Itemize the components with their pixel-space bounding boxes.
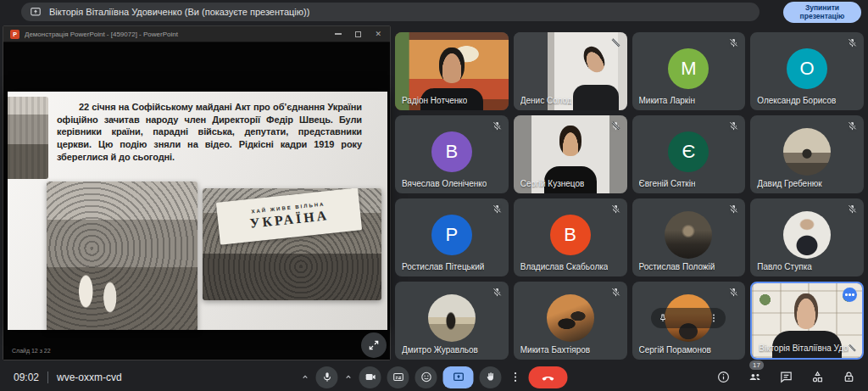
participant-tile[interactable]: Радіон Нотченко xyxy=(395,32,509,110)
participant-name: Микита Ларкін xyxy=(639,96,696,105)
host-controls-button[interactable] xyxy=(841,370,856,385)
participant-name: Денис Солод xyxy=(520,96,572,105)
mic-off-icon xyxy=(728,37,739,48)
participant-tile[interactable]: О Олександр Борисов xyxy=(750,32,864,110)
minimize-icon[interactable] xyxy=(335,33,342,35)
avatar-letter: В xyxy=(446,141,459,163)
avatar-letter: О xyxy=(800,58,815,80)
participant-name: Павло Ступка xyxy=(757,262,812,271)
participant-avatar: О xyxy=(787,48,827,89)
mic-options-chevron[interactable] xyxy=(301,372,310,382)
participant-tile[interactable]: В Вячеслав Оленіченко xyxy=(395,115,509,193)
stop-presentation-button[interactable]: Зупинити презентацію xyxy=(783,2,861,23)
participant-photo-avatar xyxy=(783,211,831,259)
participant-tile[interactable]: Ростислав Положій xyxy=(632,198,746,276)
camera-icon xyxy=(364,371,376,383)
mic-off-icon xyxy=(728,204,739,215)
captions-button[interactable] xyxy=(387,366,409,388)
menu-dots-icon[interactable] xyxy=(709,313,719,323)
mic-off-icon xyxy=(492,120,503,131)
info-button[interactable] xyxy=(715,370,731,385)
mic-off-icon xyxy=(610,37,621,48)
participant-tile[interactable]: Павло Ступка xyxy=(750,198,864,276)
powerpoint-icon: P xyxy=(10,30,19,39)
mic-off-icon xyxy=(610,120,621,131)
participant-avatar: В xyxy=(431,131,472,172)
host-controls-icon xyxy=(842,370,856,384)
participant-tile[interactable]: В Владислав Скабьолка xyxy=(514,198,627,276)
participant-avatar: В xyxy=(550,215,591,255)
slide-left-edge-photo xyxy=(8,97,48,179)
more-options-button[interactable] xyxy=(508,366,523,388)
present-icon xyxy=(452,371,465,383)
maximize-icon[interactable] xyxy=(355,31,361,37)
participant-tile[interactable]: Давид Гребенюк xyxy=(750,115,864,193)
expand-icon xyxy=(367,338,381,352)
pin-icon[interactable] xyxy=(658,313,668,323)
participant-tile[interactable]: Є Євгеній Сяткін xyxy=(632,115,746,193)
avatar-letter: Є xyxy=(682,141,695,163)
participant-tile[interactable]: Денис Солод xyxy=(514,32,627,110)
chat-button[interactable] xyxy=(778,370,793,385)
present-button[interactable] xyxy=(443,366,474,388)
participant-count-badge: 17 xyxy=(749,360,764,371)
participant-tile[interactable]: М Микита Ларкін xyxy=(632,32,746,110)
participant-photo-avatar xyxy=(428,294,476,342)
meet-control-bar: 09:02 wve-oxxm-cvd xyxy=(0,363,868,391)
camera-button[interactable] xyxy=(359,366,381,388)
google-meet-window: Вікторія Віталіївна Удовиченко (Ви (пока… xyxy=(0,0,868,391)
meeting-info: 09:02 wve-oxxm-cvd xyxy=(14,371,122,383)
people-icon xyxy=(748,370,762,384)
participant-avatar: М xyxy=(668,48,709,89)
ppt-title-bar[interactable]: P Демонстрація PowerPoint - [459072] - P… xyxy=(3,26,390,42)
participant-name: Вячеслав Оленіченко xyxy=(402,179,487,188)
avatar-letter: В xyxy=(564,224,576,246)
camera-options-chevron[interactable] xyxy=(344,372,353,382)
participant-tile[interactable]: Микита Бахтіяров xyxy=(514,282,627,360)
presenter-label: Вікторія Віталіївна Удовиченко (Ви (пока… xyxy=(49,7,309,17)
avatar-letter: Р xyxy=(446,224,459,246)
tile-hover-controls[interactable] xyxy=(651,308,726,328)
participant-name: Микита Бахтіяров xyxy=(520,345,590,355)
raise-hand-icon xyxy=(484,371,497,383)
slide-photo-procession xyxy=(47,182,198,330)
mic-off-icon xyxy=(728,287,739,298)
participant-tile[interactable]: Вікторія Віталіївна Удовиченко xyxy=(750,282,864,360)
more-options-icon xyxy=(509,371,521,383)
mic-off-icon xyxy=(610,287,621,298)
participant-avatar: Є xyxy=(668,131,709,172)
tile-menu-button[interactable] xyxy=(843,288,857,302)
mic-button[interactable] xyxy=(316,366,338,388)
participant-tile[interactable]: Дмитро Журавльов xyxy=(395,282,509,360)
slide-counter: Слайд 12 з 22 xyxy=(12,348,51,354)
participant-name: Сергій Порамонов xyxy=(639,345,711,355)
participant-avatar: Р xyxy=(431,215,472,255)
participants-grid: Радіон Нотченко Денис Солод М xyxy=(395,32,864,360)
participant-name: Дмитро Журавльов xyxy=(402,345,478,355)
meet-top-bar: Вікторія Віталіївна Удовиченко (Ви (пока… xyxy=(0,0,868,24)
participant-name: Владислав Скабьолка xyxy=(520,262,609,271)
activities-button[interactable] xyxy=(810,370,825,385)
mic-icon xyxy=(320,371,333,383)
people-button[interactable]: 17 xyxy=(747,370,762,385)
presenting-banner: Вікторія Віталіївна Удовиченко (Ви (пока… xyxy=(21,3,760,21)
end-call-button[interactable] xyxy=(529,366,568,388)
meeting-panels: 17 xyxy=(715,370,856,385)
call-controls xyxy=(301,363,568,391)
participant-tile[interactable]: Сергій Кузнецов xyxy=(514,115,627,193)
mic-off-icon xyxy=(847,204,858,215)
info-icon xyxy=(716,370,731,384)
reactions-button[interactable] xyxy=(415,366,437,388)
avatar-letter: М xyxy=(681,58,696,80)
participant-name: Давид Гребенюк xyxy=(757,179,821,188)
slide-paragraph: 22 січня на Софійському майдані Акт про … xyxy=(57,101,362,164)
participant-name: Радіон Нотченко xyxy=(402,96,467,105)
reactions-icon xyxy=(420,371,432,383)
mic-off-icon xyxy=(848,344,857,353)
participant-tile[interactable]: Сергій Порамонов xyxy=(632,282,746,360)
close-icon[interactable]: ✕ xyxy=(375,31,381,38)
raise-hand-button[interactable] xyxy=(480,366,502,388)
participant-tile[interactable]: Р Ростислав Пітецький xyxy=(395,198,509,276)
chat-icon xyxy=(779,370,793,384)
expand-button[interactable] xyxy=(361,332,387,358)
